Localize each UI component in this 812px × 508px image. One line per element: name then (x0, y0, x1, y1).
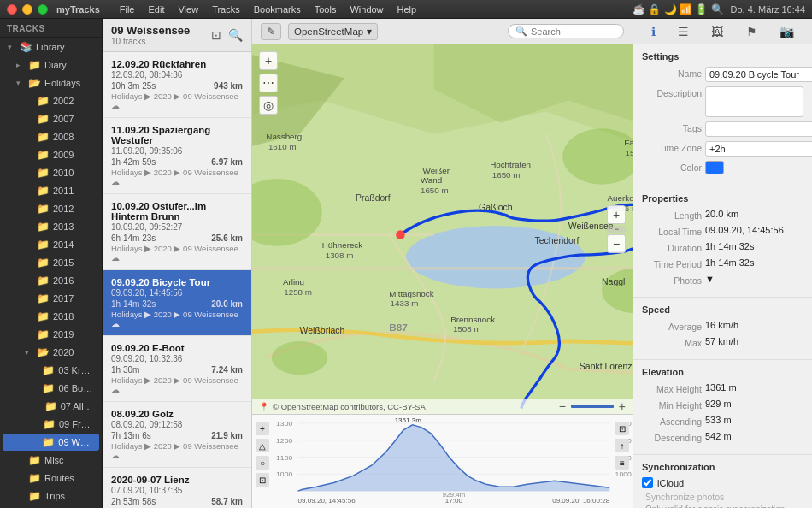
sidebar-item-label: 2016 (53, 275, 74, 286)
photos-value[interactable]: ▼ (705, 274, 803, 284)
sidebar-scroll: ▾📚Library▸📁Diary▾📂Holidays📁2002📁2007📁200… (0, 38, 102, 508)
tracklist-header-icons[interactable]: ⊡ 🔍 (211, 28, 243, 42)
menu-item-tools[interactable]: Tools (309, 3, 343, 16)
elevation-svg: 1300 1200 1100 1000 1300 1200 1100 1000 … (252, 415, 633, 508)
sidebar-item-diary[interactable]: ▸📁Diary (3, 56, 99, 74)
zoom-out-button[interactable]: − (607, 234, 626, 253)
descending-row: Descending 542 m (642, 431, 803, 443)
sidebar-item-allgau[interactable]: 📁07 Allgäu (3, 398, 99, 415)
track-row: 1h 30m7.24 km (111, 365, 243, 375)
elevation-fit[interactable]: ⊡ (256, 473, 269, 487)
sidebar-item-label: 2019 (53, 329, 74, 340)
sidebar-item-2014[interactable]: 📁2014 (3, 236, 99, 253)
menu-item-edit[interactable]: Edit (143, 3, 171, 16)
track-item[interactable]: 11.09.20 Spaziergang Westufer11.09.20, 0… (103, 118, 251, 194)
zoom-plus-bottom[interactable]: + (619, 399, 626, 413)
search-icon[interactable]: 🔍 (228, 28, 243, 42)
folder-icon: 📁 (37, 185, 50, 197)
sidebar-item-2020[interactable]: ▾📂2020 (3, 344, 99, 361)
zoom-in-left[interactable]: + (259, 51, 278, 70)
map-style-selector[interactable]: OpenStreetMap ▾ (288, 23, 378, 40)
sidebar-item-frankfurt[interactable]: 📁09 Frankfurt (3, 416, 99, 433)
sync-note: Only valid for classic synchronization. (645, 505, 803, 508)
sidebar-item-bodensee[interactable]: 📁06 Bodensee (3, 380, 99, 397)
edit-icon[interactable]: ✎ (261, 23, 281, 40)
sidebar-item-2008[interactable]: 📁2008 (3, 128, 99, 145)
sidebar-item-2017[interactable]: 📁2017 (3, 290, 99, 307)
info-tab-icon[interactable]: ℹ (646, 22, 661, 41)
system-icons: ☕ 🔒 🌙 📶 🔋 🔍 (633, 3, 724, 15)
name-input[interactable] (705, 67, 812, 82)
maximize-button[interactable] (38, 4, 48, 15)
icloud-checkbox[interactable] (642, 477, 653, 488)
track-item[interactable]: 08.09.20 Golz08.09.20, 09:12:587h 13m 6s… (103, 402, 251, 468)
track-duration: 1h 14m 32s (111, 299, 156, 309)
sidebar-item-2007[interactable]: 📁2007 (3, 110, 99, 127)
sidebar-item-label: 2008 (53, 132, 74, 142)
description-input[interactable] (705, 86, 803, 117)
track-item[interactable]: 09.09.20 E-Boot09.09.20, 10:32:361h 30m7… (103, 336, 251, 402)
track-item[interactable]: 12.09.20 Rückfahren12.09.20, 08:04:3610h… (103, 52, 251, 118)
folder-icon: 📁 (37, 149, 50, 161)
elevation-triangle[interactable]: △ (256, 439, 269, 452)
track-date: 09.09.20, 10:32:36 (111, 354, 243, 363)
sidebar-item-holidays[interactable]: ▾📂Holidays (3, 74, 99, 92)
sidebar-item-2011[interactable]: 📁2011 (3, 182, 99, 199)
menu-item-help[interactable]: Help (391, 3, 423, 16)
track-item[interactable]: 09.09.20 Bicycle Tour09.09.20, 14:45:561… (103, 270, 251, 336)
sidebar-item-2018[interactable]: 📁2018 (3, 308, 99, 325)
location-icon[interactable]: ◎ (259, 96, 278, 115)
menu-item-window[interactable]: Window (344, 3, 389, 16)
avg-speed-value: 16 km/h (705, 320, 803, 330)
elevation-zoom-out[interactable]: ○ (256, 456, 269, 470)
zoom-in-button[interactable]: + (607, 205, 626, 224)
attribution-text: © OpenStreetMap contributors, CC-BY-SA (273, 402, 426, 411)
photo-tab-icon[interactable]: 🖼 (706, 22, 728, 41)
sidebar-item-routes[interactable]: 📁Routes (3, 470, 99, 487)
sidebar-item-library[interactable]: ▾📚Library (3, 38, 99, 56)
folder-icon[interactable]: ⊡ (211, 28, 221, 42)
menu-item-file[interactable]: File (114, 3, 141, 16)
route-icon[interactable]: ⋯ (259, 74, 278, 92)
svg-text:1300: 1300 (276, 420, 292, 428)
sidebar-item-2013[interactable]: 📁2013 (3, 218, 99, 235)
localtime-label: Local Time (642, 225, 702, 237)
sidebar-item-2019[interactable]: 📁2019 (3, 326, 99, 343)
menu-item-bookmarks[interactable]: Bookmarks (248, 3, 307, 16)
sidebar-item-label: 09 Weissen... (58, 437, 94, 447)
menu-item-tracks[interactable]: Tracks (206, 3, 246, 16)
menu-item-view[interactable]: View (172, 3, 204, 16)
titlebar: myTracks FileEditViewTracksBookmarksTool… (0, 0, 812, 19)
sidebar-item-2016[interactable]: 📁2016 (3, 272, 99, 289)
zoom-minus-bottom[interactable]: − (559, 399, 566, 413)
elevation-icon-1[interactable]: ⊡ (615, 422, 629, 435)
sidebar-item-misc[interactable]: 📁Misc (3, 452, 99, 469)
elevation-icon-3[interactable]: ≡ (615, 456, 629, 470)
sidebar-item-trips[interactable]: 📁Trips (3, 487, 99, 505)
sidebar-item-weissensee[interactable]: 📁09 Weissen... (3, 434, 99, 451)
color-swatch[interactable] (705, 161, 724, 174)
camera-tab-icon[interactable]: 📷 (774, 22, 799, 41)
minimize-button[interactable] (22, 4, 32, 15)
list-tab-icon[interactable]: ☰ (673, 22, 694, 41)
tags-input[interactable] (705, 121, 812, 137)
svg-text:Brennsnock: Brennsnock (450, 315, 495, 324)
timezone-input[interactable] (705, 141, 812, 157)
map-search-box[interactable]: 🔍 (508, 24, 624, 38)
sidebar-item-kreuzfahrt[interactable]: 📁03 Kreuzfahrt (3, 362, 99, 379)
search-input[interactable] (531, 27, 616, 37)
sidebar-item-2009[interactable]: 📁2009 (3, 146, 99, 163)
sync-title: Synchronization (642, 462, 803, 472)
track-item[interactable]: 2020-09-07 Lienz07.09.20, 10:37:352h 53m… (103, 468, 251, 508)
sidebar-item-2012[interactable]: 📁2012 (3, 200, 99, 217)
sidebar-item-2010[interactable]: 📁2010 (3, 164, 99, 181)
elevation-icon-2[interactable]: ↑ (615, 439, 629, 452)
sidebar-item-2015[interactable]: 📁2015 (3, 254, 99, 271)
elevation-zoom-in[interactable]: + (256, 422, 269, 435)
sidebar-item-2002[interactable]: 📁2002 (3, 92, 99, 109)
track-item[interactable]: 10.09.20 Ostufer...Im Hinterm Brunn10.09… (103, 194, 251, 270)
elevation-title: Elevation (642, 367, 803, 377)
close-button[interactable] (7, 4, 17, 15)
icloud-checkbox-row[interactable]: iCloud (642, 477, 803, 488)
flag-tab-icon[interactable]: ⚑ (741, 22, 762, 41)
